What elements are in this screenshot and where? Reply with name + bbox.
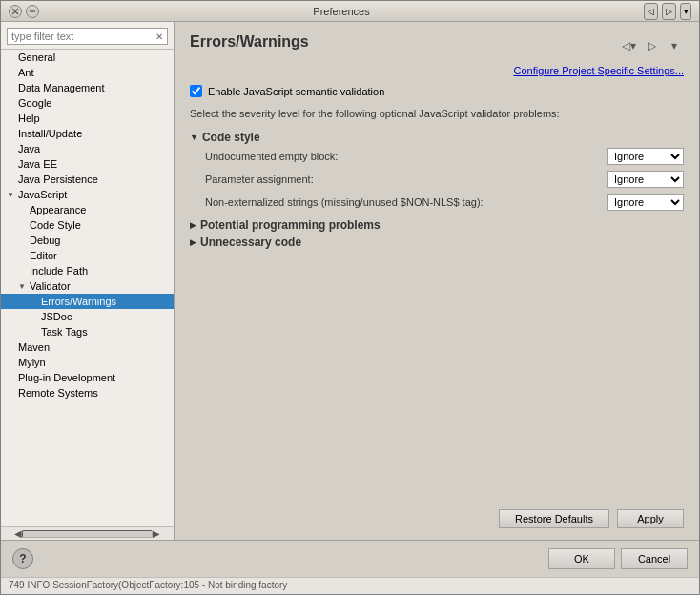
horizontal-scrollbar[interactable]: ◀ ▶	[1, 526, 174, 540]
setting-row-3: Non-externalized strings (missing/unused…	[205, 194, 684, 211]
tree-item-editor[interactable]: Editor	[1, 248, 174, 263]
toolbar-area: ◁▾ ▷ ▾	[619, 36, 684, 55]
tree-label-javascript: JavaScript	[16, 189, 67, 200]
nonnls-label: Non-externalized strings (missing/unused…	[205, 196, 600, 208]
tree-label-ant: Ant	[16, 67, 34, 78]
tree-label-debug: Debug	[28, 235, 60, 246]
code-style-arrow: ▼	[190, 133, 198, 142]
code-style-title: Code style	[202, 131, 260, 144]
search-input[interactable]	[11, 31, 155, 42]
tree-label-install-update: Install/Update	[16, 128, 82, 139]
tree-item-code-style[interactable]: Code Style	[1, 217, 174, 233]
status-bar: 749 INFO SessionFactory(ObjectFactory:10…	[1, 577, 699, 594]
nonnls-select[interactable]: Ignore Warning Error	[607, 194, 684, 211]
tree-label-editor: Editor	[28, 250, 57, 261]
tree-label-validator: Validator	[28, 280, 71, 292]
scrollbar-track[interactable]	[22, 530, 153, 538]
toolbar-forward-button[interactable]: ▷	[642, 36, 661, 55]
tree-item-java-ee[interactable]: Java EE	[1, 156, 174, 172]
tree-item-javascript[interactable]: JavaScript	[1, 187, 174, 202]
tree-label-mylyn: Mylyn	[16, 357, 46, 368]
unnecessary-code-section: ▶ Unnecessary code	[190, 236, 684, 253]
tree-item-java-persistence[interactable]: Java Persistence	[1, 172, 174, 187]
tree-label-errors-warnings: Errors/Warnings	[39, 296, 116, 307]
tree-item-java[interactable]: Java	[1, 141, 174, 156]
code-style-section: ▼ Code style Undocumented empty block: I…	[190, 131, 684, 218]
unnecessary-code-arrow: ▶	[190, 237, 196, 247]
tree-item-include-path[interactable]: Include Path	[1, 263, 174, 278]
tree-item-help[interactable]: Help	[1, 111, 174, 126]
unnecessary-code-header[interactable]: ▶ Unnecessary code	[190, 236, 684, 249]
potential-problems-title: Potential programming problems	[200, 218, 381, 232]
undocumented-select[interactable]: Ignore Warning Error	[607, 148, 684, 165]
tree-label-general: General	[16, 51, 55, 63]
tree-item-plugin-development[interactable]: Plug-in Development	[1, 370, 174, 385]
description-text: Select the severity level for the follow…	[190, 107, 684, 121]
tree-item-remote-systems[interactable]: Remote Systems	[1, 385, 174, 400]
tree-label-help: Help	[16, 113, 40, 124]
tree-item-ant[interactable]: Ant	[1, 65, 174, 80]
tree-item-jsdoc[interactable]: JSDoc	[1, 309, 174, 324]
config-link-row: Configure Project Specific Settings...	[190, 64, 684, 77]
search-box: ✕	[1, 22, 174, 50]
nav-forward-button[interactable]: ▷	[662, 3, 676, 20]
tree-arrow-validator	[16, 280, 28, 292]
tree-item-appearance[interactable]: Appearance	[1, 202, 174, 217]
preferences-window: Preferences ◁ ▷ ▾ ✕ GeneralAntData Manag…	[0, 0, 700, 595]
panel-top-row: Errors/Warnings ◁▾ ▷ ▾	[190, 33, 684, 58]
apply-button[interactable]: Apply	[617, 509, 684, 528]
tree-item-general[interactable]: General	[1, 50, 174, 65]
tree-item-errors-warnings[interactable]: Errors/Warnings	[1, 294, 174, 309]
tree-label-java: Java	[16, 143, 40, 154]
tree-item-google[interactable]: Google	[1, 95, 174, 111]
minimize-button[interactable]	[26, 5, 39, 18]
tree-label-include-path: Include Path	[28, 265, 88, 277]
enable-validation-label: Enable JavaScript semantic validation	[208, 86, 384, 97]
tree-label-maven: Maven	[16, 341, 50, 353]
setting-row-1: Undocumented empty block: Ignore Warning…	[205, 148, 684, 165]
code-style-content: Undocumented empty block: Ignore Warning…	[190, 148, 684, 211]
parameter-select[interactable]: Ignore Warning Error	[607, 171, 684, 188]
tree-item-maven[interactable]: Maven	[1, 339, 174, 355]
toolbar-back-button[interactable]: ◁▾	[619, 36, 638, 55]
tree-label-java-ee: Java EE	[16, 158, 57, 170]
potential-problems-section: ▶ Potential programming problems	[190, 218, 684, 236]
potential-problems-header[interactable]: ▶ Potential programming problems	[190, 218, 684, 232]
code-style-header[interactable]: ▼ Code style	[190, 131, 684, 144]
help-button[interactable]: ?	[12, 548, 33, 569]
nav-back-button[interactable]: ◁	[644, 3, 658, 20]
ok-button[interactable]: OK	[548, 548, 615, 569]
restore-defaults-button[interactable]: Restore Defaults	[499, 509, 609, 528]
undocumented-label: Undocumented empty block:	[205, 151, 600, 162]
tree-label-plugin-development: Plug-in Development	[16, 372, 115, 383]
search-clear-icon[interactable]: ✕	[155, 31, 163, 42]
tree-label-task-tags: Task Tags	[39, 326, 88, 338]
scroll-left-icon[interactable]: ◀	[14, 528, 22, 539]
bottom-bar: ? OK Cancel	[1, 540, 699, 577]
tree-item-debug[interactable]: Debug	[1, 233, 174, 248]
parameter-label: Parameter assignment:	[205, 174, 600, 185]
scroll-right-icon[interactable]: ▶	[153, 528, 160, 539]
bottom-left: ?	[12, 548, 33, 569]
tree-item-install-update[interactable]: Install/Update	[1, 126, 174, 141]
status-text: 749 INFO SessionFactory(ObjectFactory:10…	[9, 580, 287, 590]
enable-validation-checkbox[interactable]	[190, 85, 202, 97]
potential-problems-arrow: ▶	[190, 220, 196, 230]
tree-item-validator[interactable]: Validator	[1, 278, 174, 294]
unnecessary-code-title: Unnecessary code	[200, 236, 301, 249]
tree-label-google: Google	[16, 97, 51, 109]
tree-item-task-tags[interactable]: Task Tags	[1, 324, 174, 339]
tree-arrow-javascript	[5, 189, 16, 200]
titlebar: Preferences ◁ ▷ ▾	[1, 1, 699, 22]
close-button[interactable]	[9, 5, 22, 18]
cancel-button[interactable]: Cancel	[621, 548, 688, 569]
tree-label-data-management: Data Management	[16, 82, 105, 93]
right-panel: Errors/Warnings ◁▾ ▷ ▾ Configure Project…	[175, 22, 699, 540]
toolbar-menu-button[interactable]: ▾	[665, 36, 684, 55]
tree-item-data-management[interactable]: Data Management	[1, 80, 174, 95]
nav-menu-button[interactable]: ▾	[680, 3, 691, 20]
config-project-link[interactable]: Configure Project Specific Settings...	[513, 65, 684, 76]
main-content: ✕ GeneralAntData ManagementGoogleHelpIns…	[1, 22, 699, 540]
action-buttons-row: Restore Defaults Apply	[190, 509, 684, 528]
tree-item-mylyn[interactable]: Mylyn	[1, 355, 174, 370]
